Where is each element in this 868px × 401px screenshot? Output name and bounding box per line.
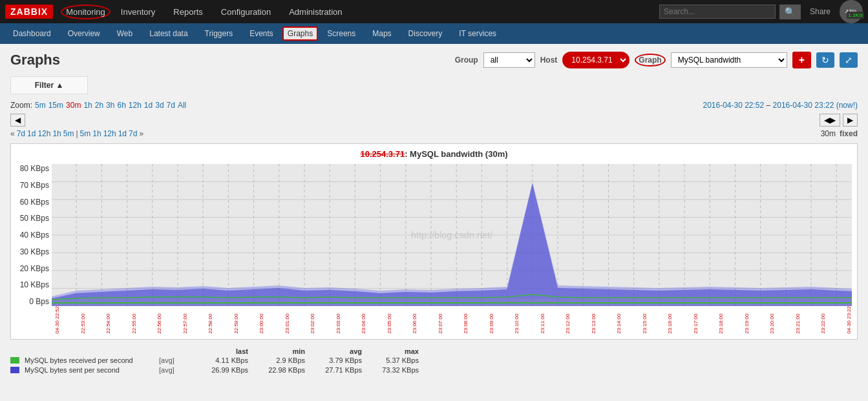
nav-graphs[interactable]: Graphs bbox=[282, 26, 318, 41]
legend-header-avg: avg bbox=[310, 347, 362, 355]
time-from[interactable]: 2016-04-30 22:52 bbox=[703, 101, 764, 110]
graph-title: 10.254.3.71: MySQL bandwidth (30m) bbox=[16, 149, 852, 159]
legend-color-received bbox=[10, 357, 19, 364]
legend-avg-sent: 27.71 KBps bbox=[310, 366, 362, 374]
zoom-30m[interactable]: 30m bbox=[66, 101, 81, 110]
chart-wrapper: 80 KBps 70 KBps 60 KBps 50 KBps 40 KBps … bbox=[16, 164, 852, 306]
zoom-all[interactable]: All bbox=[178, 101, 186, 110]
period-dbl-prev: « bbox=[10, 129, 15, 138]
search-button[interactable]: 🔍 bbox=[779, 5, 801, 19]
nav-monitoring[interactable]: Monitoring bbox=[61, 5, 111, 19]
add-button[interactable]: + bbox=[792, 52, 811, 68]
x-label-21: 23:13:00 bbox=[591, 306, 597, 334]
period-fixed: fixed bbox=[840, 129, 858, 138]
nav-triggers[interactable]: Triggers bbox=[197, 26, 241, 41]
nav-reports[interactable]: Reports bbox=[165, 3, 211, 21]
x-label-2: 22:54:00 bbox=[105, 306, 111, 334]
page-title: Graphs bbox=[10, 52, 60, 68]
second-navigation: Dashboard Overview Web Latest data Trigg… bbox=[0, 23, 868, 44]
group-select[interactable]: all bbox=[483, 52, 535, 68]
zoom-15m[interactable]: 15m bbox=[48, 101, 63, 110]
x-label-11: 23:03:00 bbox=[335, 306, 341, 334]
zoom-3h[interactable]: 3h bbox=[106, 101, 114, 110]
user-badge[interactable]: 43% 1.1K/s bbox=[840, 0, 863, 23]
period-5m-fwd[interactable]: 5m bbox=[80, 129, 91, 138]
nav-web[interactable]: Web bbox=[109, 26, 140, 41]
period-12h-back[interactable]: 12h bbox=[37, 129, 50, 138]
period-1d-fwd[interactable]: 1d bbox=[118, 129, 127, 138]
x-label-16: 23:08:00 bbox=[463, 306, 469, 334]
period-1h-fwd[interactable]: 1h bbox=[92, 129, 101, 138]
zoom-6h[interactable]: 6h bbox=[117, 101, 125, 110]
zoom-section: Zoom: 5m 15m 30m 1h 2h 3h 6h 12h 1d 3d 7… bbox=[10, 101, 858, 110]
zoom-controls: Zoom: 5m 15m 30m 1h 2h 3h 6h 12h 1d 3d 7… bbox=[10, 101, 186, 110]
nav-overview[interactable]: Overview bbox=[60, 26, 108, 41]
nav-inventory[interactable]: Inventory bbox=[113, 3, 163, 21]
legend-header-max: max bbox=[367, 347, 419, 355]
legend-headers: last min avg max bbox=[10, 347, 858, 355]
zoom-1d[interactable]: 1d bbox=[144, 101, 153, 110]
legend-max-received: 5.37 KBps bbox=[367, 356, 419, 364]
graph-circle-decoration: Graph bbox=[635, 54, 665, 67]
nav-screens[interactable]: Screens bbox=[319, 26, 363, 41]
nav-latest-data[interactable]: Latest data bbox=[142, 26, 195, 41]
nav-dashboard[interactable]: Dashboard bbox=[5, 26, 59, 41]
zoom-label: Zoom: bbox=[10, 101, 32, 110]
nav-administration[interactable]: Administration bbox=[281, 3, 350, 21]
x-label-18: 23:10:00 bbox=[514, 306, 520, 334]
legend: last min avg max MySQL bytes received pe… bbox=[10, 347, 858, 374]
period-5m-back[interactable]: 5m bbox=[63, 129, 74, 138]
x-label-9: 23:01:00 bbox=[284, 306, 290, 334]
x-label-25: 23:17:00 bbox=[693, 306, 699, 334]
period-12h-fwd[interactable]: 12h bbox=[103, 129, 116, 138]
legend-header-min: min bbox=[253, 347, 305, 355]
x-label-8: 23:00:00 bbox=[259, 306, 264, 334]
x-label-1: 22:53:00 bbox=[80, 306, 86, 334]
zoom-5m[interactable]: 5m bbox=[35, 101, 46, 110]
nav-maps[interactable]: Maps bbox=[365, 26, 399, 41]
share-button[interactable]: Share bbox=[805, 5, 836, 19]
search-input[interactable] bbox=[659, 5, 776, 19]
period-1d-back[interactable]: 1d bbox=[27, 129, 36, 138]
time-to[interactable]: 2016-04-30 23:22 (now!) bbox=[773, 101, 858, 110]
zoom-1h[interactable]: 1h bbox=[83, 101, 92, 110]
y-80: 80 KBps bbox=[16, 164, 49, 173]
legend-min-received: 2.9 KBps bbox=[253, 356, 305, 364]
x-label-15: 23:07:00 bbox=[438, 306, 443, 334]
y-30: 30 KBps bbox=[16, 247, 49, 256]
graph-select[interactable]: MySQL bandwidth bbox=[671, 52, 787, 68]
zabbix-logo: ZABBIX bbox=[5, 5, 53, 19]
legend-color-sent bbox=[10, 367, 19, 373]
nav-prev-button[interactable]: ◀ bbox=[10, 114, 25, 127]
nav-discovery[interactable]: Discovery bbox=[401, 26, 450, 41]
period-7d-back[interactable]: 7d bbox=[17, 129, 25, 138]
top-navigation: ZABBIX Monitoring Inventory Reports Conf… bbox=[0, 0, 868, 23]
nav-events[interactable]: Events bbox=[242, 26, 281, 41]
zoom-7d[interactable]: 7d bbox=[167, 101, 175, 110]
nav-left: ◀ bbox=[10, 114, 25, 127]
refresh-button[interactable]: ↻ bbox=[816, 52, 834, 68]
time-range: 2016-04-30 22:52 – 2016-04-30 23:22 (now… bbox=[703, 101, 858, 110]
zoom-12h[interactable]: 12h bbox=[129, 101, 142, 110]
x-label-20: 23:12:00 bbox=[565, 306, 571, 334]
nav-next-button[interactable]: ▶ bbox=[843, 114, 858, 127]
y-10: 10 KBps bbox=[16, 280, 49, 289]
filter-bar[interactable]: Filter ▲ bbox=[10, 76, 88, 94]
zoom-2h[interactable]: 2h bbox=[95, 101, 103, 110]
period-1h-back[interactable]: 1h bbox=[52, 129, 61, 138]
filter-label: Filter ▲ bbox=[35, 81, 64, 90]
zoom-3d[interactable]: 3d bbox=[155, 101, 164, 110]
nav-configuration[interactable]: Configuration bbox=[213, 3, 279, 21]
page-header: Graphs Group all Host 10.254.3.71 Graph … bbox=[10, 52, 858, 68]
group-label: Group bbox=[455, 56, 478, 65]
period-7d-fwd[interactable]: 7d bbox=[129, 129, 137, 138]
nav-it-services[interactable]: IT services bbox=[451, 26, 504, 41]
x-axis-labels: 04-30 22:5222:53:0022:54:0022:55:0022:56… bbox=[54, 306, 852, 334]
host-select[interactable]: 10.254.3.71 bbox=[562, 52, 630, 68]
expand-button[interactable]: ⤢ bbox=[840, 52, 858, 68]
x-label-28: 23:20:00 bbox=[769, 306, 775, 334]
svg-text:http://blog.csdn.net/: http://blog.csdn.net/ bbox=[411, 230, 492, 240]
legend-type-sent: [avg] bbox=[159, 366, 191, 374]
legend-header-blank bbox=[159, 347, 191, 355]
nav-zoom-in-button[interactable]: ◀▶ bbox=[820, 114, 840, 127]
